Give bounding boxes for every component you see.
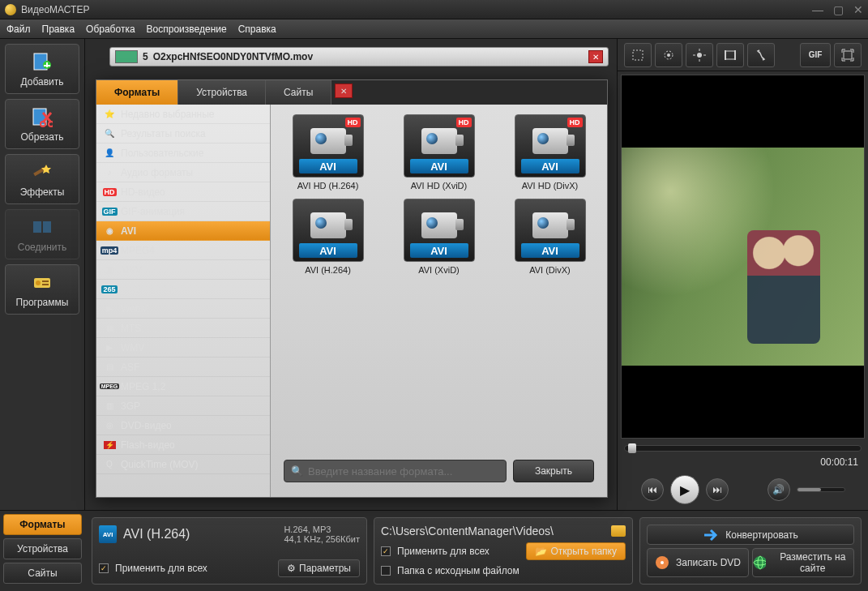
sidebar-item-mts[interactable]: ▦MTS — [96, 319, 270, 338]
volume-slider[interactable] — [797, 487, 845, 492]
browse-folder-button[interactable] — [611, 525, 626, 537]
sidebar-item-webm[interactable]: ▶WebM — [96, 299, 270, 319]
dialog-close-x-button[interactable]: ✕ — [335, 84, 353, 98]
close-window-button[interactable]: ✕ — [853, 3, 863, 16]
same-folder-checkbox[interactable] — [381, 566, 391, 576]
sidebar-item-mkv[interactable]: ▣MKV — [96, 260, 270, 280]
crop-tool-button[interactable] — [624, 43, 652, 67]
brightness-tool-button[interactable] — [686, 43, 713, 67]
menu-processing[interactable]: Обработка — [86, 24, 135, 35]
menu-help[interactable]: Справка — [238, 24, 276, 35]
add-icon — [31, 50, 53, 73]
dvd-icon: ◎ — [103, 420, 116, 431]
minimize-button[interactable]: — — [812, 3, 823, 16]
sidebar-item-search[interactable]: 🔍Результаты поиска — [96, 124, 270, 143]
svg-point-11 — [36, 281, 41, 285]
speed-tool-button[interactable] — [747, 43, 775, 67]
same-folder-label: Папка с исходным файлом — [397, 565, 520, 576]
bottom-tab-devices[interactable]: Устройства — [3, 538, 82, 559]
sidebar-item-flash[interactable]: ⚡Flash-видео — [96, 435, 270, 455]
params-button[interactable]: ⚙Параметры — [278, 559, 360, 577]
sidebar-item-mpeg[interactable]: MPEGMPEG 1,2 — [96, 377, 270, 396]
hd-icon: HD — [103, 186, 116, 198]
bottom-tab-formats[interactable]: Форматы — [3, 514, 82, 535]
apply-all-format-checkbox[interactable]: ✓ — [99, 563, 109, 573]
sidebar-item-dvd[interactable]: ◎DVD-видео — [96, 416, 270, 435]
audio-icon: ♪ — [103, 167, 116, 178]
file-thumbnail — [115, 50, 138, 63]
next-button[interactable]: ⏭ — [706, 478, 729, 501]
video-preview[interactable] — [621, 75, 865, 439]
apply-all-output-checkbox[interactable]: ✓ — [381, 546, 391, 556]
format-caption: AVI (XviD) — [418, 265, 460, 275]
menu-playback[interactable]: Воспроизведение — [147, 24, 227, 35]
effects-button[interactable]: Эффекты — [5, 154, 79, 204]
prev-button[interactable]: ⏮ — [641, 478, 664, 501]
format-item[interactable]: AVIAVI (XviD) — [391, 199, 486, 275]
sidebar-item-asf[interactable]: ▤ASF — [96, 358, 270, 377]
sidebar-item-qt[interactable]: QQuickTime (MOV) — [96, 455, 270, 474]
sidebar-item-label: AVI — [121, 225, 136, 237]
upload-button[interactable]: Разместить на сайте — [752, 548, 854, 577]
gif-tool-button[interactable]: GIF — [800, 43, 831, 67]
sidebar-item-label: GIF-анимация — [121, 206, 185, 217]
menu-file[interactable]: Файл — [6, 24, 31, 35]
format-caption: AVI HD (XviD) — [411, 181, 467, 191]
maximize-button[interactable]: ▢ — [833, 3, 844, 16]
bottom-tab-sites[interactable]: Сайты — [3, 563, 82, 584]
sidebar-item-hd[interactable]: HDHD-видео — [96, 182, 270, 202]
add-button[interactable]: Добавить — [5, 44, 79, 94]
output-panel: C:\Users\ContentManager\Videos\ ✓Примени… — [374, 517, 633, 585]
format-item[interactable]: HDAVIAVI HD (XviD) — [391, 114, 486, 191]
seek-slider[interactable] — [624, 445, 862, 452]
format-search-input[interactable] — [308, 465, 499, 478]
sidebar-item-gif[interactable]: GIFGIF-анимация — [96, 202, 270, 221]
user-icon: 👤 — [103, 148, 116, 159]
dialog-tab-formats[interactable]: Форматы — [96, 80, 178, 105]
sidebar-item-mp4[interactable]: mp4MPEG4 — [96, 241, 270, 260]
svg-rect-9 — [43, 221, 51, 233]
sidebar-item-hevc[interactable]: 265HEVC (H.265) — [96, 280, 270, 299]
format-item[interactable]: HDAVIAVI HD (DivX) — [502, 114, 597, 191]
menu-edit[interactable]: Правка — [42, 24, 75, 35]
svg-rect-12 — [42, 281, 49, 282]
format-item[interactable]: AVIAVI (H.264) — [280, 199, 375, 275]
programs-button[interactable]: Программы — [5, 264, 79, 315]
sidebar-item-recent[interactable]: ⭐Недавно выбранные — [96, 105, 270, 124]
fullscreen-tool-button[interactable] — [834, 43, 862, 67]
dialog-close-button[interactable]: Закрыть — [513, 460, 594, 482]
dialog-tab-devices[interactable]: Устройства — [178, 80, 266, 105]
rotate-tool-button[interactable] — [655, 43, 682, 67]
sidebar-item-label: Недавно выбранные — [121, 109, 215, 120]
file-row[interactable]: 5 O2xpcHNfSEO0NDY0NTVfMO.mov ✕ — [109, 47, 609, 66]
open-folder-button[interactable]: 📂Открыть папку — [526, 542, 626, 560]
format-search[interactable]: 🔍 — [284, 460, 507, 482]
sidebar-item-3gp[interactable]: ▥3GP — [96, 396, 270, 416]
play-button[interactable]: ▶ — [670, 475, 699, 504]
format-item[interactable]: HDAVIAVI HD (H.264) — [280, 114, 375, 191]
format-tag: AVI — [299, 159, 357, 173]
convert-icon — [703, 527, 719, 543]
convert-button[interactable]: Конвертировать — [647, 525, 854, 545]
sidebar-item-wmv[interactable]: ▶WMV — [96, 338, 270, 358]
app-logo-icon — [5, 4, 16, 15]
frame-tool-button[interactable] — [716, 43, 744, 67]
mpeg-icon: MPEG — [103, 381, 116, 392]
format-caption: AVI HD (DivX) — [522, 181, 578, 191]
preview-toolbar: GIF — [618, 39, 868, 71]
qt-icon: Q — [103, 459, 116, 470]
svg-rect-13 — [42, 284, 49, 285]
dialog-tab-sites[interactable]: Сайты — [266, 80, 331, 105]
sidebar-item-disc[interactable]: ◉AVI — [96, 221, 270, 241]
sidebar-item-label: QuickTime (MOV) — [121, 459, 199, 470]
cut-button[interactable]: Обрезать — [5, 99, 79, 149]
format-item[interactable]: AVIAVI (DivX) — [502, 199, 597, 275]
svg-rect-14 — [633, 50, 643, 60]
sidebar-item-audio[interactable]: ♪Аудио форматы — [96, 163, 270, 182]
file-remove-button[interactable]: ✕ — [588, 50, 603, 63]
sidebar-item-user[interactable]: 👤Пользовательские — [96, 143, 270, 163]
volume-button[interactable]: 🔊 — [768, 478, 790, 501]
burn-dvd-button[interactable]: Записать DVD — [647, 548, 749, 577]
camera-icon — [532, 128, 568, 154]
effects-icon — [31, 161, 53, 183]
